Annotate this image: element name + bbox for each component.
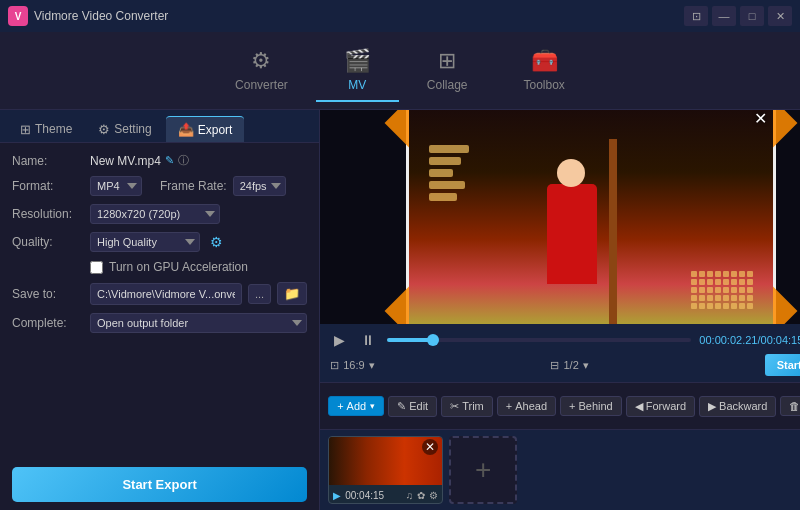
tab-mv[interactable]: 🎬 MV (316, 40, 399, 102)
movie-content (409, 110, 773, 324)
behind-icon: + (569, 400, 575, 412)
resolution-label: Resolution: (12, 207, 84, 221)
app-icon: V (8, 6, 28, 26)
format-select[interactable]: MP4 MOV AVI (90, 176, 142, 196)
setting-icon: ⚙ (98, 122, 110, 137)
quality-select[interactable]: High Quality Medium Quality Low Quality (90, 232, 200, 252)
gpu-label[interactable]: Turn on GPU Acceleration (90, 260, 248, 274)
ratio-dropdown-btn[interactable]: ▾ (369, 359, 375, 372)
video-frame: ✕ (406, 110, 776, 324)
subtitle-btn[interactable]: ⊡ (684, 6, 708, 26)
progress-dot (427, 334, 439, 346)
titlebar-left: V Vidmore Video Converter (8, 6, 168, 26)
tab-collage[interactable]: ⊞ Collage (399, 40, 496, 102)
name-label: Name: (12, 154, 84, 168)
empty-button[interactable]: 🗑 Empty (780, 396, 800, 416)
path-dots-btn[interactable]: ... (248, 284, 271, 304)
timeline: + + Add Add ▾ ✎ Edit ✂ Trim + Ahead (320, 382, 800, 510)
backward-icon: ▶ (708, 400, 716, 413)
controls-row2: ⊡ 16:9 ▾ ⊟ 1/2 ▾ Start Export (330, 354, 800, 376)
edit-icon: ✎ (397, 400, 406, 413)
timeline-toolbar: + + Add Add ▾ ✎ Edit ✂ Trim + Ahead (320, 383, 800, 430)
tab-converter[interactable]: ⚙ Converter (207, 40, 316, 102)
start-export-button-2[interactable]: Start Export (765, 354, 800, 376)
main: ⊞ Theme ⚙ Setting 📤 Export Name: New MV.… (0, 110, 800, 510)
video-controls: ▶ ⏸ 00:00:02.21/00:04:15.12 🔊 ⊡ 16:9 ▾ (320, 324, 800, 382)
gpu-checkbox[interactable] (90, 261, 103, 274)
complete-row: Complete: Open output folder Do nothing (12, 313, 307, 333)
save-to-row: Save to: ... 📁 (12, 282, 307, 305)
movie-figure (547, 184, 597, 284)
titlebar: V Vidmore Video Converter ⊡ — □ ✕ (0, 0, 800, 32)
ahead-icon: + (506, 400, 512, 412)
trim-icon: ✂ (450, 400, 459, 413)
ratio-icon: ⊡ (330, 359, 339, 372)
resolution-select[interactable]: 1280x720 (720p) 1920x1080 (1080p) 3840x2… (90, 204, 220, 224)
close-btn[interactable]: ✕ (768, 6, 792, 26)
backward-button[interactable]: ▶ Backward (699, 396, 776, 417)
folder-btn[interactable]: 📁 (277, 282, 307, 305)
stripe-pattern (429, 145, 469, 201)
mv-icon: 🎬 (344, 48, 371, 74)
behind-button[interactable]: + Behind (560, 396, 622, 416)
ahead-button[interactable]: + Ahead (497, 396, 556, 416)
quality-gear-icon[interactable]: ⚙ (210, 234, 223, 250)
format-framerate-row: Format: MP4 MOV AVI Frame Rate: 24fps 30… (12, 176, 307, 196)
save-to-label: Save to: (12, 287, 84, 301)
tab-toolbox[interactable]: 🧰 Toolbox (496, 40, 593, 102)
sub-tab-setting[interactable]: ⚙ Setting (86, 116, 163, 142)
clip-play-icon: ▶ (333, 490, 341, 501)
gpu-row: Turn on GPU Acceleration (12, 260, 307, 274)
start-export-button[interactable]: Start Export (12, 467, 307, 502)
ratio-selector: ⊡ 16:9 ▾ (330, 359, 374, 372)
info-icon[interactable]: ⓘ (178, 153, 189, 168)
sub-tab-export[interactable]: 📤 Export (166, 116, 245, 142)
framerate-select[interactable]: 24fps 30fps 60fps (233, 176, 286, 196)
add-dropdown-arrow: ▾ (370, 401, 375, 411)
quality-row: Quality: High Quality Medium Quality Low… (12, 232, 307, 252)
clip-filter-icon: ✿ (417, 490, 425, 501)
edit-name-icon[interactable]: ✎ (165, 154, 174, 167)
minimize-btn[interactable]: — (712, 6, 736, 26)
clip-audio-icon: ♫ (406, 490, 414, 501)
preview-close-icon[interactable]: ✕ (754, 110, 767, 128)
resolution-row: Resolution: 1280x720 (720p) 1920x1080 (1… (12, 204, 307, 224)
converter-icon: ⚙ (251, 48, 271, 74)
edit-button[interactable]: ✎ Edit (388, 396, 437, 417)
clip-info: ▶ 00:04:15 ♫ ✿ ⚙ (329, 485, 442, 504)
left-panel: ⊞ Theme ⚙ Setting 📤 Export Name: New MV.… (0, 110, 320, 510)
movie-pole (609, 139, 617, 324)
segment-icon: ⊟ (550, 359, 559, 372)
timeline-tracks: ✕ ▶ 00:04:15 ♫ ✿ ⚙ + (320, 430, 800, 510)
nav-tabs: ⚙ Converter 🎬 MV ⊞ Collage 🧰 Toolbox (0, 32, 800, 110)
segment-dropdown-btn[interactable]: ▾ (583, 359, 589, 372)
right-panel: ✕ ▶ ⏸ 00:00:02.21/00:04:15.12 🔊 ⊡ (320, 110, 800, 510)
forward-button[interactable]: ◀ Forward (626, 396, 695, 417)
controls-row1: ▶ ⏸ 00:00:02.21/00:04:15.12 🔊 (330, 330, 800, 350)
segment-selector: ⊟ 1/2 ▾ (550, 359, 588, 372)
forward-icon: ◀ (635, 400, 643, 413)
maximize-btn[interactable]: □ (740, 6, 764, 26)
add-button[interactable]: + + Add Add ▾ (328, 396, 384, 416)
complete-select[interactable]: Open output folder Do nothing (90, 313, 307, 333)
time-display: 00:00:02.21/00:04:15.12 (699, 334, 800, 346)
sub-tabs: ⊞ Theme ⚙ Setting 📤 Export (0, 110, 319, 143)
trim-button[interactable]: ✂ Trim (441, 396, 493, 417)
name-value: New MV.mp4 ✎ ⓘ (90, 153, 189, 168)
collage-icon: ⊞ (438, 48, 456, 74)
save-to-input[interactable] (90, 283, 242, 305)
add-clip-button[interactable]: + (449, 436, 517, 504)
progress-bar[interactable] (387, 338, 691, 342)
video-preview: ✕ (320, 110, 800, 324)
play-button[interactable]: ▶ (330, 330, 349, 350)
sub-tab-theme[interactable]: ⊞ Theme (8, 116, 84, 142)
export-icon: 📤 (178, 122, 194, 137)
app-title: Vidmore Video Converter (34, 9, 168, 23)
video-clip[interactable]: ✕ ▶ 00:04:15 ♫ ✿ ⚙ (328, 436, 443, 504)
format-label: Format: (12, 179, 84, 193)
clip-settings-icon: ⚙ (429, 490, 438, 501)
name-row: Name: New MV.mp4 ✎ ⓘ (12, 153, 307, 168)
pause-button[interactable]: ⏸ (357, 330, 379, 350)
toolbox-icon: 🧰 (531, 48, 558, 74)
framerate-label: Frame Rate: (160, 179, 227, 193)
